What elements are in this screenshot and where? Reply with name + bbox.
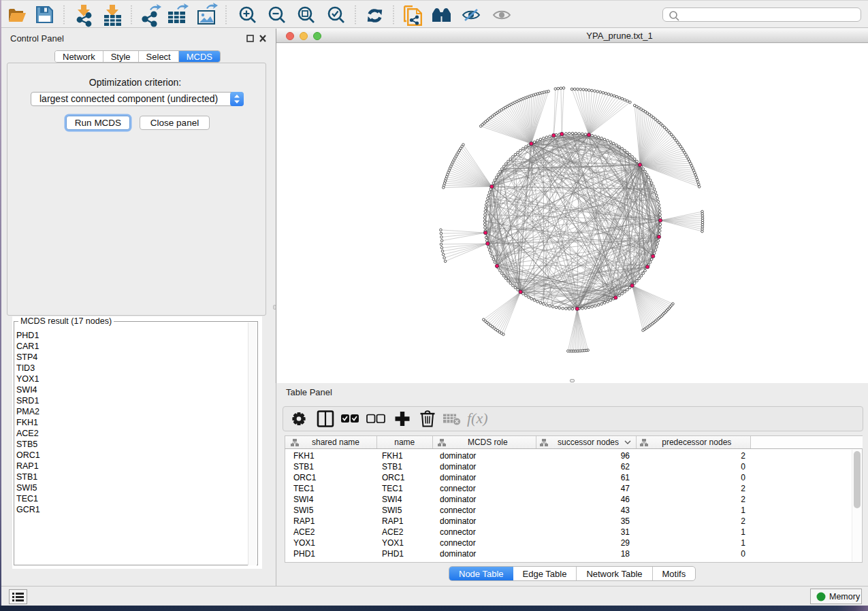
svg-text:f(x): f(x) [467, 410, 488, 427]
